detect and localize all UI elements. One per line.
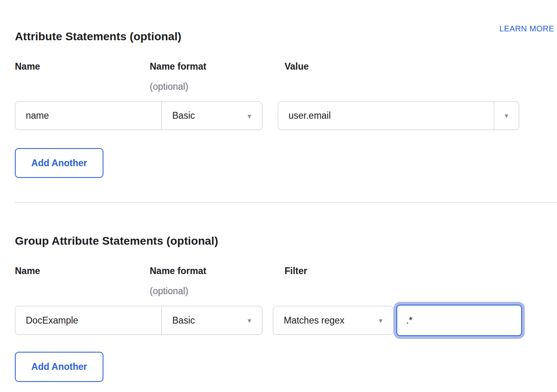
add-another-group-attribute-button[interactable]: Add Another bbox=[15, 352, 103, 382]
column-header-name: Name bbox=[15, 61, 40, 72]
group-attribute-name-input[interactable] bbox=[15, 306, 161, 334]
column-header-name-format: Name format bbox=[150, 61, 206, 72]
saml-attribute-settings-page: Attribute Statements (optional) LEARN MO… bbox=[0, 0, 557, 392]
group-name-format-selected-value: Basic bbox=[162, 315, 195, 326]
column-header-name-format-note: (optional) bbox=[150, 81, 188, 92]
column-header-value: Value bbox=[285, 61, 309, 72]
learn-more-link[interactable]: LEARN MORE bbox=[499, 24, 554, 33]
name-format-selected-value: Basic bbox=[162, 110, 195, 121]
section-divider bbox=[15, 202, 557, 203]
group-name-and-format-group: Basic ▼ bbox=[15, 306, 262, 335]
group-filter-value-input[interactable] bbox=[396, 305, 522, 336]
attribute-value-input[interactable] bbox=[278, 102, 494, 130]
group-name-format-select[interactable]: Basic ▼ bbox=[162, 306, 262, 334]
chevron-down-icon: ▼ bbox=[246, 318, 252, 324]
group-attribute-statements-title: Group Attribute Statements (optional) bbox=[15, 235, 218, 248]
attribute-value-dropdown-button[interactable]: ▼ bbox=[494, 102, 519, 130]
group-column-header-name-format: Name format bbox=[150, 266, 206, 276]
group-column-header-filter: Filter bbox=[285, 266, 307, 276]
chevron-down-icon: ▼ bbox=[246, 113, 252, 119]
add-another-attribute-button[interactable]: Add Another bbox=[15, 148, 103, 178]
group-column-header-name-format-note: (optional) bbox=[150, 286, 188, 297]
attribute-value-group: ▼ bbox=[278, 101, 519, 130]
attribute-statements-title: Attribute Statements (optional) bbox=[15, 30, 182, 43]
group-filter-type-selected-value: Matches regex bbox=[273, 315, 345, 326]
attribute-name-and-format-group: Basic ▼ bbox=[15, 101, 262, 130]
chevron-down-icon: ▼ bbox=[503, 113, 510, 119]
group-column-header-name: Name bbox=[15, 266, 40, 276]
name-format-select[interactable]: Basic ▼ bbox=[162, 102, 262, 130]
chevron-down-icon: ▼ bbox=[378, 318, 384, 324]
attribute-name-input[interactable] bbox=[15, 102, 161, 130]
group-filter-type-select[interactable]: Matches regex ▼ bbox=[273, 306, 394, 335]
